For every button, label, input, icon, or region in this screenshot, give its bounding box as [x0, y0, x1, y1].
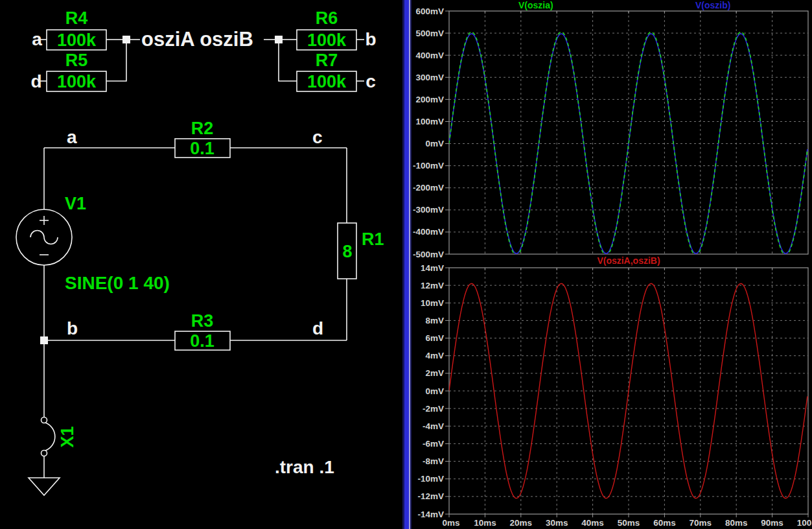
junction-node[interactable] — [122, 36, 130, 43]
y-axis-label: -10mV — [417, 474, 444, 484]
y-axis-label: -200mV — [413, 183, 444, 193]
y-axis-label: 300mV — [415, 73, 444, 82]
pane1-legend-voszia[interactable]: V(oszia) — [518, 0, 553, 10]
x-axis-label: 10ms — [474, 518, 496, 528]
x1-name[interactable]: X1 — [58, 426, 77, 447]
x-axis-label: 90ms — [761, 518, 783, 528]
net-label-a[interactable]: a — [32, 29, 42, 49]
y-axis-label: 200mV — [415, 95, 444, 104]
y-axis-label: 0mV — [425, 386, 444, 396]
v1-model[interactable]: SINE(0 1 40) — [65, 273, 170, 293]
net-label-d-loop[interactable]: d — [312, 318, 323, 338]
y-axis-label: 600mV — [415, 6, 444, 16]
r5-name[interactable]: R5 — [65, 51, 88, 70]
x1-bottom-terminal[interactable] — [41, 451, 47, 456]
v1-name[interactable]: V1 — [65, 194, 86, 213]
wire[interactable] — [106, 43, 126, 81]
sine-symbol-icon — [30, 231, 58, 244]
r6-value[interactable]: 100k — [307, 30, 347, 50]
y-axis-label: 8mV — [425, 316, 444, 325]
pane1-legend-voszib[interactable]: V(oszib) — [695, 0, 730, 10]
y-axis-label: -6mV — [423, 439, 444, 449]
resistor-r7[interactable]: R7 100k — [297, 51, 364, 91]
ground-icon[interactable] — [29, 478, 60, 495]
y-axis-label: 14mV — [421, 263, 444, 273]
junction-label-oszia-oszib[interactable]: osziA osziB — [141, 28, 253, 51]
spice-directive[interactable]: .tran .1 — [275, 457, 334, 477]
r3-name[interactable]: R3 — [191, 311, 214, 331]
r2-value[interactable]: 0.1 — [190, 139, 215, 158]
resistor-r3[interactable]: R3 0.1 — [175, 311, 230, 351]
r4-value[interactable]: 100k — [57, 30, 97, 50]
r7-name[interactable]: R7 — [316, 51, 338, 70]
waveform-panel: 600mV500mV400mV300mV200mV100mV0mV-100mV-… — [402, 0, 812, 529]
x1-top-terminal[interactable] — [41, 417, 47, 423]
net-label-c-loop[interactable]: c — [312, 127, 323, 147]
y-axis-label: -500mV — [413, 250, 444, 259]
splitter-stripe — [410, 0, 412, 529]
splitter-stripe — [409, 0, 410, 529]
x-axis-label: 60ms — [653, 518, 676, 528]
y-axis-label: -8mV — [423, 456, 444, 466]
splitter-stripe — [402, 0, 404, 529]
r5-value[interactable]: 100k — [57, 72, 97, 91]
component-x1[interactable]: X1 — [41, 417, 78, 456]
r1-name[interactable]: R1 — [362, 229, 384, 249]
r7-value[interactable]: 100k — [307, 72, 347, 91]
x-axis-label: 100m — [797, 518, 812, 528]
y-axis-label: -12mV — [417, 491, 444, 501]
r2-name[interactable]: R2 — [191, 119, 214, 138]
net-label-b[interactable]: b — [365, 29, 376, 49]
pane2-title-vosziab[interactable]: V(osziA,osziB) — [597, 255, 660, 266]
junction-node[interactable] — [275, 36, 283, 43]
axis-label-layer: 600mV500mV400mV300mV200mV100mV0mV-100mV-… — [413, 6, 812, 528]
resistor-r1[interactable]: 8 R1 — [338, 223, 384, 279]
y-axis-label: 4mV — [425, 351, 444, 360]
y-axis-label: -400mV — [413, 227, 444, 237]
resistor-r6[interactable]: R6 100k — [297, 8, 364, 50]
resistor-r4[interactable]: R4 100k — [38, 8, 106, 50]
x-axis-label: 0ms — [442, 518, 459, 528]
y-axis-label: -14mV — [417, 510, 444, 519]
y-axis-label: -2mV — [423, 404, 444, 414]
waveform-canvas[interactable]: 600mV500mV400mV300mV200mV100mV0mV-100mV-… — [402, 0, 812, 529]
r4-name[interactable]: R4 — [65, 8, 88, 28]
net-label-b-loop[interactable]: b — [67, 318, 78, 338]
y-axis-label: 400mV — [415, 51, 444, 60]
x-axis-label: 80ms — [725, 518, 748, 528]
resistor-r5[interactable]: R5 100k — [38, 51, 106, 91]
y-axis-label: 0mV — [425, 139, 444, 148]
r3-value[interactable]: 0.1 — [190, 331, 215, 351]
r6-name[interactable]: R6 — [316, 8, 338, 28]
junction-node[interactable] — [40, 336, 48, 344]
x-axis-label: 30ms — [546, 518, 568, 528]
y-axis-label: 100mV — [415, 117, 444, 126]
r1-value[interactable]: 8 — [342, 242, 352, 261]
y-axis-label: 12mV — [421, 281, 444, 290]
wire[interactable] — [279, 43, 297, 81]
y-axis-label: -4mV — [423, 421, 444, 431]
x1-body[interactable] — [45, 423, 55, 451]
y-axis-label: -300mV — [413, 205, 444, 215]
y-axis-label: -100mV — [413, 161, 444, 170]
net-label-c[interactable]: c — [365, 71, 376, 91]
x-axis-label: 40ms — [581, 518, 604, 528]
net-label-d[interactable]: d — [30, 71, 41, 91]
y-axis-label: 10mV — [421, 298, 444, 308]
splitter-stripe — [404, 0, 409, 529]
voltage-source-v1[interactable]: V1 SINE(0 1 40) — [16, 194, 170, 293]
x-axis-label: 50ms — [618, 518, 640, 528]
net-label-a-loop[interactable]: a — [67, 127, 77, 147]
window-splitter[interactable] — [402, 0, 412, 529]
x-axis-label: 20ms — [510, 518, 533, 528]
resistor-r2[interactable]: R2 0.1 — [175, 119, 230, 158]
y-axis-label: 2mV — [425, 368, 444, 378]
plus-icon — [40, 216, 49, 225]
x-axis-label: 70ms — [690, 518, 712, 528]
schematic-canvas[interactable]: R4 100k a R5 100k d osziA osziB R6 100k … — [0, 0, 402, 529]
y-axis-label: 6mV — [425, 333, 444, 343]
y-axis-label: 500mV — [415, 29, 444, 38]
schematic-panel: R4 100k a R5 100k d osziA osziB R6 100k … — [0, 0, 402, 529]
